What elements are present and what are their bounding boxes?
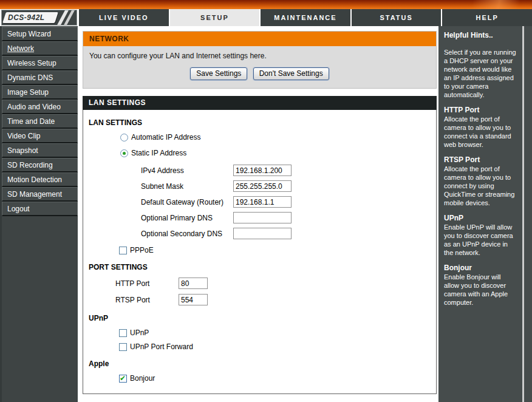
help-body-bonjour: Enable Bonjour will allow you to discove… [444, 273, 517, 307]
network-description: You can configure your LAN and Internet … [89, 52, 430, 60]
help-body-rtsp-port: Allocate the port of camera to allow you… [444, 165, 517, 207]
default-gateway-row: Default Gateway (Router) [141, 196, 436, 208]
subnet-mask-row: Subnet Mask [141, 180, 436, 192]
rtsp-port-input[interactable] [179, 294, 208, 305]
bonjour-checkbox[interactable] [119, 375, 127, 383]
upnp-port-forward-checkbox[interactable] [119, 343, 127, 351]
sidebar-item-motion-detection[interactable]: Motion Detection [2, 172, 78, 187]
subnet-mask-label: Subnet Mask [141, 182, 233, 191]
http-port-input[interactable] [179, 278, 208, 289]
upnp-port-forward-label: UPnP Port Forward [130, 342, 193, 351]
lan-settings-section-title: LAN SETTINGS [83, 96, 437, 110]
sidebar-item-video-clip[interactable]: Video Clip [2, 129, 78, 143]
help-section-upnp: UPnP Enable UPnP will allow you to disco… [444, 214, 517, 257]
sidebar-item-setup-wizard[interactable]: Setup Wizard [2, 27, 78, 41]
save-settings-button-top[interactable]: Save Settings [190, 67, 247, 80]
secondary-dns-input[interactable] [233, 228, 292, 239]
top-banner [0, 0, 532, 9]
upnp-heading: UPnP [89, 314, 436, 322]
help-heading-http-port: HTTP Port [444, 106, 517, 114]
help-section-rtsp-port: RTSP Port Allocate the port of camera to… [444, 155, 517, 207]
sidebar-item-network[interactable]: Network [2, 41, 78, 56]
subnet-mask-input[interactable] [233, 180, 292, 192]
secondary-dns-row: Optional Secondary DNS [141, 228, 436, 239]
secondary-dns-label: Optional Secondary DNS [141, 230, 233, 238]
default-gateway-label: Default Gateway (Router) [141, 198, 233, 206]
lan-settings-form: LAN SETTINGS Automatic IP Address Static… [83, 110, 437, 394]
sidebar-item-image-setup[interactable]: Image Setup [2, 85, 78, 100]
page-body: Setup Wizard Network Wireless Setup Dyna… [0, 26, 532, 402]
help-section-dhcp: Select if you are running a DHCP server … [444, 48, 517, 99]
automatic-ip-radio-row[interactable]: Automatic IP Address [120, 133, 436, 141]
primary-dns-label: Optional Primary DNS [141, 214, 233, 222]
tab-setup[interactable]: SETUP [170, 9, 260, 26]
ipv4-address-input[interactable] [233, 165, 292, 176]
sidebar-item-dynamic-dns[interactable]: Dynamic DNS [2, 70, 78, 85]
sidebar-item-sd-recording[interactable]: SD Recording [2, 158, 78, 172]
pppoe-checkbox[interactable] [119, 247, 127, 254]
help-panel-edge [524, 26, 532, 402]
default-gateway-input[interactable] [233, 196, 292, 208]
help-section-http-port: HTTP Port Allocate the port of camera to… [444, 106, 517, 149]
tab-live-video[interactable]: LIVE VIDEO [79, 9, 169, 26]
bonjour-label: Bonjour [130, 374, 155, 383]
sidebar-item-snapshot[interactable]: Snapshot [2, 143, 78, 158]
tab-status[interactable]: STATUS [352, 9, 442, 26]
primary-dns-row: Optional Primary DNS [141, 212, 436, 223]
rtsp-port-row: RTSP Port [115, 294, 436, 305]
banner-swoosh-decoration [398, 0, 532, 9]
help-body-http-port: Allocate the port of camera to allow you… [444, 115, 517, 149]
main-content: NETWORK You can configure your LAN and I… [78, 26, 438, 402]
dont-save-settings-button-top[interactable]: Don't Save Settings [253, 67, 329, 80]
sidebar-item-wireless-setup[interactable]: Wireless Setup [2, 56, 78, 70]
rtsp-port-label: RTSP Port [115, 296, 179, 304]
help-section-bonjour: Bonjour Enable Bonjour will allow you to… [444, 264, 517, 307]
lan-settings-heading: LAN SETTINGS [89, 118, 436, 127]
apple-heading: Apple [89, 359, 436, 368]
logo-cell: DCS-942L [0, 9, 78, 26]
upnp-port-forward-check-row[interactable]: UPnP Port Forward [119, 342, 436, 351]
lan-settings-section: LAN SETTINGS LAN SETTINGS Automatic IP A… [83, 96, 437, 394]
http-port-label: HTTP Port [115, 279, 179, 288]
device-logo: DCS-942L [1, 10, 77, 26]
automatic-ip-radio-label: Automatic IP Address [131, 133, 201, 141]
network-section: NETWORK You can configure your LAN and I… [83, 31, 437, 89]
network-section-title: NETWORK [83, 32, 436, 46]
port-settings-heading: PORT SETTINGS [89, 263, 436, 271]
bonjour-check-row[interactable]: Bonjour [119, 374, 436, 383]
help-heading-rtsp-port: RTSP Port [444, 155, 517, 164]
primary-dns-input[interactable] [233, 212, 292, 223]
static-ip-radio-label: Static IP Address [131, 149, 186, 157]
help-heading-bonjour: Bonjour [444, 264, 517, 272]
ipv4-address-row: IPv4 Address [141, 165, 436, 176]
top-button-row: Save Settings Don't Save Settings [89, 67, 430, 80]
help-panel-title: Helpful Hints.. [444, 31, 517, 39]
upnp-label: UPnP [130, 329, 149, 337]
sidebar-nav: Setup Wizard Network Wireless Setup Dyna… [0, 26, 78, 402]
tab-maintenance[interactable]: MAINTENANCE [261, 9, 350, 26]
http-port-row: HTTP Port [115, 278, 436, 289]
automatic-ip-radio[interactable] [120, 134, 128, 141]
static-ip-radio[interactable] [120, 149, 128, 157]
tab-help[interactable]: HELP [442, 9, 532, 26]
help-panel-content: Helpful Hints.. Select if you are runnin… [438, 26, 522, 402]
network-description-panel: You can configure your LAN and Internet … [83, 46, 436, 88]
help-body-upnp: Enable UPnP will allow you to discover c… [444, 223, 517, 257]
sidebar-item-audio-and-video[interactable]: Audio and Video [2, 100, 78, 114]
help-panel: Helpful Hints.. Select if you are runnin… [438, 26, 532, 402]
device-model-label: DCS-942L [8, 13, 45, 22]
help-body-dhcp: Select if you are running a DHCP server … [444, 48, 517, 99]
help-heading-upnp: UPnP [444, 214, 517, 222]
upnp-checkbox[interactable] [119, 329, 127, 337]
static-ip-radio-row[interactable]: Static IP Address [120, 149, 436, 157]
pppoe-label: PPPoE [130, 246, 154, 254]
sidebar-item-logout[interactable]: Logout [2, 202, 78, 216]
upnp-check-row[interactable]: UPnP [119, 329, 436, 337]
pppoe-check-row[interactable]: PPPoE [119, 246, 436, 254]
tab-bar: DCS-942L LIVE VIDEO SETUP MAINTENANCE ST… [0, 9, 532, 26]
sidebar-item-time-and-date[interactable]: Time and Date [2, 114, 78, 129]
sidebar-item-sd-management[interactable]: SD Management [2, 187, 78, 202]
ipv4-address-label: IPv4 Address [141, 166, 233, 175]
